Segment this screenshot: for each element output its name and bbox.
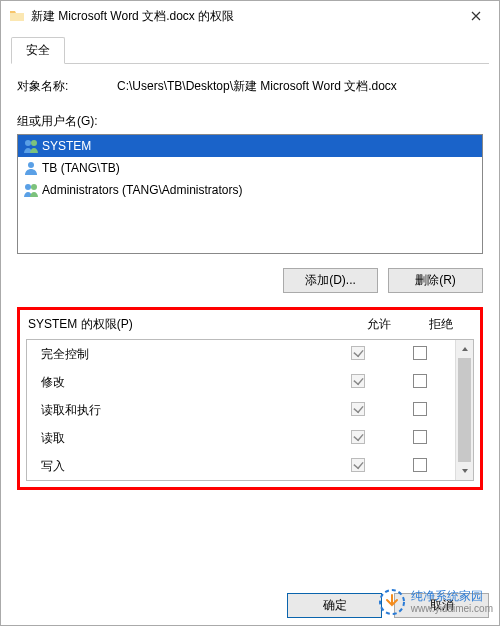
permission-label: 读取: [41, 430, 327, 447]
properties-dialog: 新建 Microsoft Word 文档.docx 的权限 安全 对象名称: C…: [0, 0, 500, 626]
permission-row: 写入: [27, 452, 455, 480]
deny-checkbox[interactable]: [413, 458, 427, 472]
watermark-logo-icon: [379, 589, 405, 615]
permission-label: 读取和执行: [41, 402, 327, 419]
groups-label: 组或用户名(G):: [17, 113, 483, 130]
watermark: 纯净系统家园 www.yidaimei.com: [379, 589, 493, 615]
list-item[interactable]: Administrators (TANG\Administrators): [18, 179, 482, 201]
window-title: 新建 Microsoft Word 文档.docx 的权限: [31, 8, 453, 25]
scroll-track[interactable]: [456, 358, 473, 462]
list-item-label: TB (TANG\TB): [42, 161, 120, 175]
group-icon: [22, 137, 40, 155]
permission-row: 读取和执行: [27, 396, 455, 424]
close-button[interactable]: [453, 1, 499, 31]
groups-listbox[interactable]: SYSTEM TB (TANG\TB) Administrators (TANG…: [17, 134, 483, 254]
scroll-down-icon[interactable]: [456, 462, 473, 480]
column-allow: 允许: [348, 316, 410, 333]
folder-icon: [9, 8, 25, 24]
deny-checkbox[interactable]: [413, 374, 427, 388]
permission-row: 读取: [27, 424, 455, 452]
permissions-panel: SYSTEM 的权限(P) 允许 拒绝 完全控制 修改: [17, 307, 483, 490]
scrollbar[interactable]: [455, 340, 473, 480]
permission-row: 完全控制: [27, 340, 455, 368]
tab-security[interactable]: 安全: [11, 37, 65, 64]
svg-point-1: [31, 140, 37, 146]
allow-checkbox[interactable]: [351, 458, 365, 472]
permission-label: 完全控制: [41, 346, 327, 363]
svg-point-2: [28, 162, 34, 168]
column-deny: 拒绝: [410, 316, 472, 333]
permission-row: 修改: [27, 368, 455, 396]
permissions-title: SYSTEM 的权限(P): [28, 316, 348, 333]
group-icon: [22, 181, 40, 199]
deny-checkbox[interactable]: [413, 430, 427, 444]
svg-point-4: [31, 184, 37, 190]
list-item-label: Administrators (TANG\Administrators): [42, 183, 242, 197]
object-path: C:\Users\TB\Desktop\新建 Microsoft Word 文档…: [117, 78, 483, 95]
list-item[interactable]: SYSTEM: [18, 135, 482, 157]
watermark-text: 纯净系统家园: [411, 590, 493, 603]
allow-checkbox[interactable]: [351, 402, 365, 416]
allow-checkbox[interactable]: [351, 374, 365, 388]
deny-checkbox[interactable]: [413, 402, 427, 416]
titlebar: 新建 Microsoft Word 文档.docx 的权限: [1, 1, 499, 31]
object-row: 对象名称: C:\Users\TB\Desktop\新建 Microsoft W…: [17, 78, 483, 95]
tab-content: 对象名称: C:\Users\TB\Desktop\新建 Microsoft W…: [11, 64, 489, 571]
svg-point-0: [25, 140, 31, 146]
watermark-url: www.yidaimei.com: [411, 603, 493, 614]
remove-button[interactable]: 删除(R): [388, 268, 483, 293]
scroll-thumb[interactable]: [458, 358, 471, 462]
tabstrip: 安全: [11, 37, 489, 64]
list-item-label: SYSTEM: [42, 139, 91, 153]
group-buttons: 添加(D)... 删除(R): [17, 268, 483, 293]
permission-label: 修改: [41, 374, 327, 391]
allow-checkbox[interactable]: [351, 430, 365, 444]
object-name-label: 对象名称:: [17, 78, 117, 95]
list-item[interactable]: TB (TANG\TB): [18, 157, 482, 179]
add-button[interactable]: 添加(D)...: [283, 268, 378, 293]
permissions-list: 完全控制 修改 读取和执行: [26, 339, 474, 481]
allow-checkbox[interactable]: [351, 346, 365, 360]
ok-button[interactable]: 确定: [287, 593, 382, 618]
permissions-header: SYSTEM 的权限(P) 允许 拒绝: [26, 316, 474, 339]
dialog-body: 安全 对象名称: C:\Users\TB\Desktop\新建 Microsof…: [1, 31, 499, 571]
scroll-up-icon[interactable]: [456, 340, 473, 358]
svg-point-3: [25, 184, 31, 190]
permission-label: 写入: [41, 458, 327, 475]
user-icon: [22, 159, 40, 177]
deny-checkbox[interactable]: [413, 346, 427, 360]
